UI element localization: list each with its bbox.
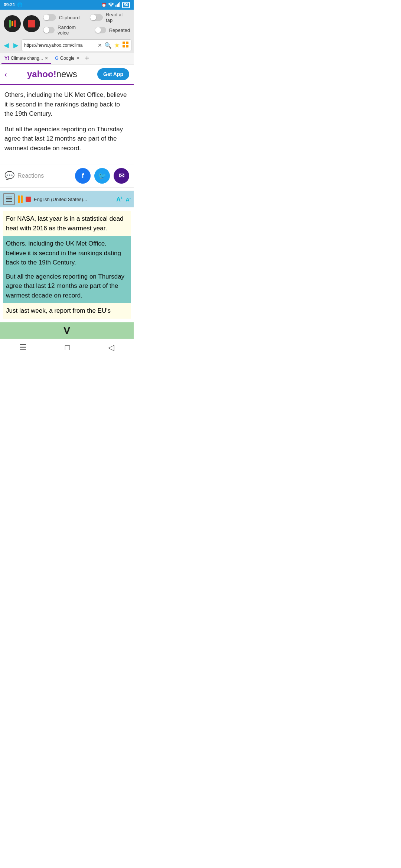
random-voice-label: Random voice xyxy=(58,24,84,36)
back-button[interactable]: ◀ xyxy=(2,40,10,50)
v-bar[interactable]: V xyxy=(0,322,134,339)
random-voice-toggle[interactable] xyxy=(43,27,55,33)
wifi-icon xyxy=(108,2,114,7)
facebook-share-button[interactable]: f xyxy=(75,168,91,184)
svg-rect-8 xyxy=(126,45,128,47)
tts-list-icon xyxy=(3,193,15,205)
tts-light-yellow-section: Just last week, a report from the EU's xyxy=(3,303,131,319)
alarm-icon: ⏰ xyxy=(101,3,107,7)
tts-light-yellow-text: Just last week, a report from the EU's xyxy=(6,306,128,316)
repeated-label: Repeated xyxy=(109,27,130,33)
twitter-share-button[interactable]: 🐦 xyxy=(94,168,110,184)
android-back-button[interactable]: ◁ xyxy=(108,343,114,352)
url-bar[interactable]: https://news.yahoo.com/clima ✕ 🔍 ★ xyxy=(22,39,131,51)
tts-control-bar: Clipboard Read at tap Random voice Repea… xyxy=(0,10,134,38)
forward-button[interactable]: ▶ xyxy=(12,40,20,50)
svg-rect-1 xyxy=(115,5,117,7)
tts-stop-icon[interactable] xyxy=(23,15,40,32)
bookmark-icon[interactable]: ★ xyxy=(114,41,120,49)
yahoo-back-button[interactable]: ‹ xyxy=(4,70,7,79)
tts-green-section: Others, including the UK Met Office, bel… xyxy=(3,236,131,303)
browser-nav-bar: ◀ ▶ https://news.yahoo.com/clima ✕ 🔍 ★ xyxy=(0,38,134,53)
tts-stop-button[interactable] xyxy=(26,197,31,202)
repeated-toggle[interactable] xyxy=(95,27,106,33)
reactions-left: 💬 Reactions xyxy=(4,171,44,181)
article-paragraph-1: Others, including the UK Met Office, bel… xyxy=(4,90,129,119)
globe-icon: 🌐 xyxy=(17,2,23,7)
google-tab-close[interactable]: ✕ xyxy=(76,56,80,61)
clipboard-toggle[interactable] xyxy=(43,14,56,21)
read-at-tap-label: Read at tap xyxy=(106,12,130,23)
tts-content-area: For NASA, last year is in a statistical … xyxy=(0,207,134,322)
android-nav-bar: ☰ □ ◁ xyxy=(0,339,134,356)
svg-point-0 xyxy=(111,6,111,7)
tabs-bar: Y! Climate chang... ✕ G Google ✕ + xyxy=(0,53,134,65)
clipboard-label: Clipboard xyxy=(59,15,80,20)
tts-green-text-1: Others, including the UK Met Office, bel… xyxy=(6,239,128,267)
status-time: 09:21 xyxy=(4,2,15,7)
tts-reader-bar: English (United States)... A+ A- xyxy=(0,191,134,207)
tts-decrease-size-button[interactable]: A- xyxy=(126,195,131,203)
svg-rect-3 xyxy=(118,3,119,7)
tts-language-label: English (United States)... xyxy=(34,197,113,202)
tts-yellow-text: For NASA, last year is in a statistical … xyxy=(6,214,128,233)
tab-google[interactable]: G Google ✕ xyxy=(52,53,83,64)
article-content: Others, including the UK Met Office, bel… xyxy=(0,85,134,164)
svg-rect-4 xyxy=(119,2,120,7)
svg-rect-5 xyxy=(123,42,125,44)
url-clear-icon[interactable]: ✕ xyxy=(98,42,102,48)
grid-icon[interactable] xyxy=(122,41,129,49)
yahoo-tab-icon: Y! xyxy=(4,55,9,61)
android-menu-button[interactable]: ☰ xyxy=(19,343,27,352)
svg-rect-9 xyxy=(6,197,12,197)
new-tab-button[interactable]: + xyxy=(84,53,91,64)
android-home-button[interactable]: □ xyxy=(65,343,70,352)
tts-pause-button[interactable] xyxy=(18,195,23,203)
battery-indicator: 56 xyxy=(122,2,130,8)
yahoo-tab-label: Climate chang... xyxy=(11,56,43,61)
reactions-right: f 🐦 ✉ xyxy=(75,168,129,184)
svg-rect-10 xyxy=(6,198,12,199)
tts-play-icon[interactable] xyxy=(4,15,21,32)
google-tab-label: Google xyxy=(60,56,75,61)
search-icon[interactable]: 🔍 xyxy=(104,42,112,49)
tts-yellow-section: For NASA, last year is in a statistical … xyxy=(3,211,131,236)
read-at-tap-toggle[interactable] xyxy=(90,14,103,21)
svg-rect-7 xyxy=(123,45,125,47)
tab-yahoo[interactable]: Y! Climate chang... ✕ xyxy=(1,53,51,64)
svg-rect-11 xyxy=(6,200,12,200)
tts-green-text-2: But all the agencies reporting on Thursd… xyxy=(6,272,128,300)
status-bar: 09:21 🌐 ⏰ 56 xyxy=(0,0,134,10)
yahoo-logo: yahoo! news xyxy=(27,69,77,79)
v-button-label[interactable]: V xyxy=(63,325,71,336)
svg-rect-12 xyxy=(6,201,12,202)
article-paragraph-2: But all the agencies reporting on Thursd… xyxy=(4,125,129,153)
reactions-bar: 💬 Reactions f 🐦 ✉ xyxy=(0,164,134,188)
tts-controls: Clipboard Read at tap Random voice Repea… xyxy=(43,12,130,36)
tts-icons xyxy=(4,15,40,32)
yahoo-tab-close[interactable]: ✕ xyxy=(45,56,48,61)
signal-icon xyxy=(115,2,121,7)
url-text: https://news.yahoo.com/clima xyxy=(24,43,98,48)
google-tab-icon: G xyxy=(55,55,59,61)
comment-icon: 💬 xyxy=(4,171,14,181)
yahoo-news-header: ‹ yahoo! news Get App xyxy=(0,65,134,85)
get-app-button[interactable]: Get App xyxy=(97,68,129,80)
email-share-button[interactable]: ✉ xyxy=(114,168,129,184)
svg-rect-6 xyxy=(126,42,128,44)
reactions-label: Reactions xyxy=(17,172,44,179)
svg-rect-2 xyxy=(117,4,118,7)
tts-increase-size-button[interactable]: A+ xyxy=(116,195,123,203)
